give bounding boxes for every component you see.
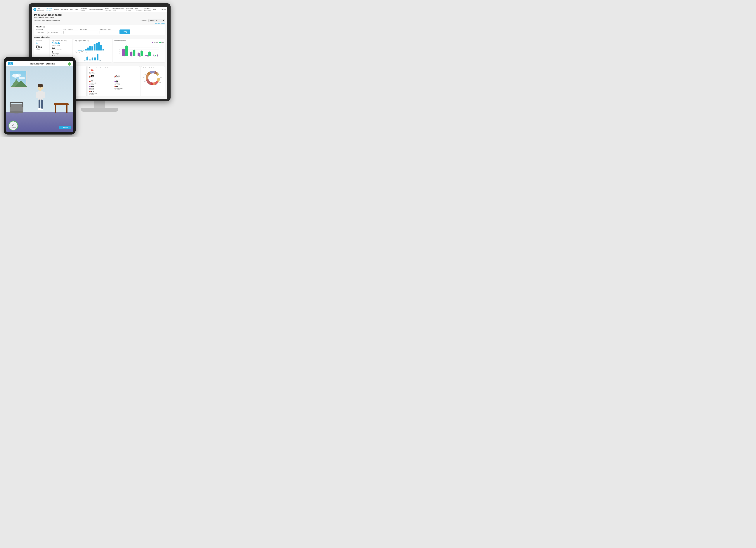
failed-logins-value: 2 [52, 51, 70, 53]
navbar-item-support[interactable]: Support &Downloads [143, 7, 152, 12]
svg-text:0-18: 0-18 [124, 56, 126, 57]
svg-rect-10 [98, 42, 100, 51]
svg-rect-57 [122, 49, 125, 56]
copd-label: COPD risk [115, 82, 138, 84]
navbar-item-create-schedules[interactable]: Create Activity Schedules [88, 7, 104, 12]
balance-value: 140 [116, 75, 119, 77]
svg-text:60: 60 [134, 49, 135, 50]
dashboard-view-label: Dashboard View: Administrative Panel [34, 20, 60, 21]
fall-risk-item: 167 Fall risk 244 tested [89, 75, 113, 80]
tod-chart: 0 2 4 6 8 10 12 14 16 18 20 22 [75, 42, 110, 51]
svg-text:22: 22 [103, 50, 104, 51]
navbar-item-other[interactable]: Other [152, 7, 157, 12]
svg-text:5%: 5% [160, 77, 162, 78]
continue-button[interactable]: Continue [59, 126, 71, 129]
svg-text:11: 11 [146, 54, 147, 55]
minutes-label: Minutes in app [52, 45, 70, 46]
navbar-item-assign[interactable]: AssignActivities [104, 7, 112, 12]
svg-text:5: 5 [159, 55, 159, 55]
navbar-logo: UserDashboard [33, 8, 44, 11]
dashboard-view-row: Dashboard View: Administrative Panel Com… [34, 19, 165, 22]
staff-label: Belonging to Staff [100, 29, 118, 30]
apply-button[interactable]: Apply [119, 30, 130, 34]
successful-logins-value: 123 [52, 47, 70, 49]
navbar-item-catt[interactable]: Activity AssignmentCATT [112, 7, 125, 12]
navbar-item-users[interactable]: Users [74, 7, 79, 12]
svg-text:11: 11 [155, 54, 156, 55]
svg-point-115 [19, 77, 25, 79]
navbar-item-apply-permissions[interactable]: ApplyPermissions [134, 7, 143, 12]
svg-text:9%: 9% [160, 72, 161, 73]
navbar-item-population-dashboard[interactable]: PopulationDashboard [45, 7, 53, 12]
logout-button[interactable]: Log Out [161, 8, 166, 10]
staff-group: Belonging to Staff [100, 29, 118, 34]
svg-rect-69 [141, 51, 143, 56]
logo-text: UserDashboard [37, 8, 44, 11]
mental-dot [89, 91, 91, 92]
physical-value: 88 [116, 85, 118, 88]
any-test-tested: 309 tested [89, 73, 138, 74]
svg-point-127 [38, 84, 43, 87]
pause-button[interactable]: Pause [8, 62, 13, 65]
navbar-item-companies[interactable]: Companies [60, 7, 69, 12]
tablet-topbar: Pause Hip Abduction - Standing ✓ [6, 61, 73, 66]
navbar-item-reports[interactable]: Reports [53, 7, 60, 12]
svg-rect-64 [133, 50, 135, 56]
reps-counter: 3 of 10 Reps [8, 121, 18, 131]
svg-text:100: 100 [119, 44, 120, 45]
staff-input[interactable] [100, 31, 118, 34]
red-zone-dist-label: Red Zone Distribution [143, 67, 163, 69]
svg-text:14: 14 [94, 50, 95, 51]
copd-item: 88 COPD risk 140 tested [115, 80, 138, 85]
username-label: Usernames [80, 29, 98, 30]
mental-tested: 153 tested [89, 94, 113, 95]
svg-text:0: 0 [120, 55, 120, 56]
svg-rect-134 [43, 92, 45, 98]
avg-him-value: 500.6 [52, 41, 70, 45]
successful-logins-label: Successful Logins [52, 49, 70, 51]
navbar-item-staff[interactable]: Staff [69, 7, 74, 12]
dashboard-view-value: Administrative Panel [46, 20, 60, 21]
physical-label: Physical Health [115, 88, 138, 89]
male-legend-dot [159, 42, 161, 43]
svg-text:0.15: 0.15 [92, 57, 93, 58]
svg-rect-67 [138, 53, 140, 56]
active-value: 1,288 [36, 46, 47, 49]
svg-text:12: 12 [92, 50, 93, 51]
username-group: Usernames [80, 29, 98, 34]
monitor-stand-base [81, 108, 118, 112]
dizziness-tested: 180 tested [89, 89, 113, 90]
page-title: Population Dashboard [34, 14, 165, 16]
dizziness-item: 128 Dizziness 180 tested [89, 85, 113, 90]
svg-rect-31 [92, 58, 93, 60]
physical-dot [115, 86, 116, 87]
knee-dot [89, 81, 91, 82]
copd-tested: 140 tested [115, 84, 138, 85]
svg-rect-59 [125, 46, 128, 56]
logo-icon [33, 8, 36, 11]
tablet-wrapper: Pause Hip Abduction - Standing ✓ [4, 57, 76, 135]
navbar-item-permission-presets[interactable]: PermissionPresets [125, 7, 134, 12]
navbar-item-create-edit[interactable]: Create/EditActivities [79, 7, 88, 12]
total-users-value: 6 [36, 41, 47, 45]
svg-text:5: 5 [153, 54, 154, 55]
reset-to-default-link[interactable]: Reset to Default [34, 23, 165, 24]
username-input[interactable] [80, 31, 98, 34]
svg-text:6%: 6% [161, 75, 162, 76]
zip-input[interactable] [63, 31, 78, 34]
weekday-chart-title: Avg. Login/Weekday [75, 51, 110, 53]
knee-tested: 63 tested [89, 84, 113, 85]
inactive-label: Inactive [36, 49, 47, 50]
company-select[interactable]: BMGC QA [148, 19, 165, 22]
svg-text:0.84: 0.84 [97, 54, 98, 54]
svg-rect-29 [89, 60, 91, 60]
svg-rect-62 [130, 52, 132, 56]
copd-value: 88 [116, 80, 118, 82]
date-from-input[interactable] [36, 31, 48, 34]
logins-chart-card: Avg. Logins/Time of Day [73, 39, 112, 63]
svg-text:20: 20 [101, 50, 102, 51]
date-to-input[interactable] [50, 31, 62, 34]
svg-rect-128 [38, 91, 43, 100]
pause-label: Pause [9, 64, 12, 65]
failed-logins-label: Failed Logins [52, 53, 70, 54]
